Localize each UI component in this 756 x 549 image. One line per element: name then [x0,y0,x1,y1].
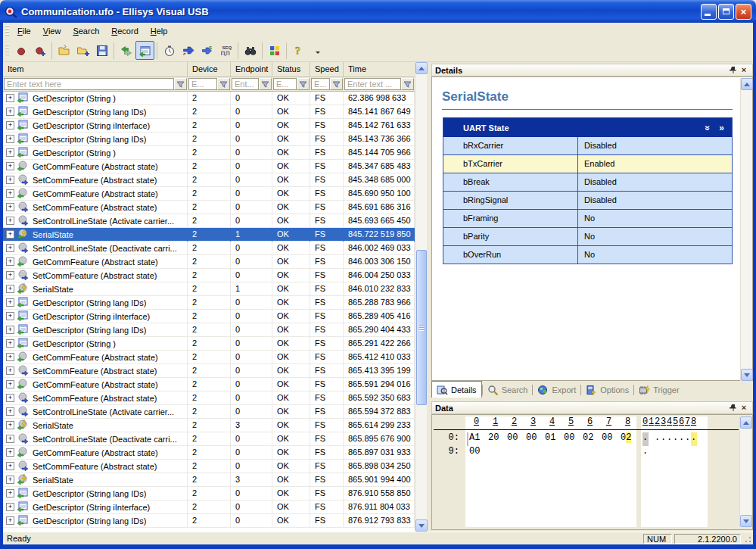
window-border-bottom[interactable] [0,544,756,549]
help-button[interactable]: ? [289,41,308,60]
open-button[interactable] [54,41,73,60]
expand-toggle[interactable]: + [6,162,14,170]
timer-button[interactable] [160,41,179,60]
goto-sequence-button[interactable]: S [198,41,216,60]
filter-funnel-icon[interactable] [217,78,230,90]
hex-byte[interactable]: 02 [580,432,599,446]
hex-byte[interactable]: A1 [467,432,486,446]
uart-row[interactable]: bFramingNo [443,210,732,228]
menu-help[interactable]: Help [145,24,174,38]
expand-toggle[interactable]: + [6,516,14,525]
scroll-up-icon[interactable] [415,62,428,74]
expand-toggle[interactable]: + [6,108,14,116]
table-row[interactable]: +GetCommFeature (Abstract state)20OKFS84… [3,160,415,173]
tab-export[interactable]: Export [533,382,580,398]
filter-funnel-icon[interactable] [401,78,414,90]
hex-byte[interactable]: 01 [543,432,562,446]
navigate-arrows-button[interactable] [117,41,135,60]
title-bar[interactable]: Communication.ufo - Ellisys Visual USB × [0,0,756,23]
data-scrollbar[interactable] [739,416,751,527]
table-row[interactable]: +SetCommFeature (Abstract state)20OKFS86… [3,364,415,378]
menu-view[interactable]: View [37,24,67,38]
menubar-grip[interactable] [5,25,9,37]
table-row[interactable]: +GetCommFeature (Abstract state)20OKFS86… [3,446,415,460]
time-filter-input[interactable] [344,78,401,90]
uart-row[interactable]: bRxCarrierDisabled [443,137,732,155]
details-scroll-up-icon[interactable] [741,78,753,90]
endpoint-filter-input[interactable] [232,78,259,90]
table-row[interactable]: +GetDescriptor (String lang IDs)20OKFS84… [3,105,415,119]
column-header-time[interactable]: Time [344,62,415,76]
data-close-icon[interactable]: × [739,403,749,413]
expand-toggle[interactable]: + [6,271,14,279]
tab-trigger[interactable]: Trigger [634,382,683,398]
filter-funnel-icon[interactable] [174,78,187,90]
details-scroll-down-icon[interactable] [741,369,753,381]
expand-toggle[interactable]: + [6,448,14,457]
toolbar-options-button[interactable] [308,41,327,60]
table-row[interactable]: +SetCommFeature (Abstract state)20OKFS84… [3,269,415,282]
tab-details[interactable]: Details [431,381,482,398]
collapse-chevron-icon[interactable]: » [702,125,713,130]
table-row[interactable]: +GetDescriptor (String lang IDs)20OKFS84… [3,133,415,146]
table-row[interactable]: +GetDescriptor (String )20OKFS865.291 42… [3,337,415,351]
open-append-button[interactable] [73,41,92,60]
details-close-icon[interactable]: × [739,65,749,75]
window-border-left[interactable] [0,23,3,544]
table-row[interactable]: +GetCommFeature (Abstract state)20OKFS86… [3,351,415,364]
expand-toggle[interactable]: + [6,176,14,184]
expand-toggle[interactable]: + [6,421,14,429]
ascii-char[interactable]: . [691,432,697,446]
table-row[interactable]: +GetDescriptor (String )20OKFS62.386 998… [3,92,415,105]
menu-search[interactable]: Search [67,24,105,38]
hex-byte[interactable]: 00 [505,432,524,446]
list-scroll-thumb[interactable] [416,250,427,405]
column-header-device[interactable]: Device [188,62,231,76]
menu-record[interactable]: Record [105,24,144,38]
expand-toggle[interactable]: + [6,298,14,307]
filter-funnel-icon[interactable] [259,78,272,90]
ascii-char[interactable]: . [673,432,679,446]
expand-toggle[interactable]: + [6,121,14,129]
expand-toggle[interactable]: + [6,435,14,443]
table-row[interactable]: +SerialState23OKFS865.901 994 400 [3,473,415,487]
table-row[interactable]: +GetDescriptor (String lang IDs)20OKFS87… [3,514,415,528]
table-row[interactable]: +GetCommFeature (Abstract state)20OKFS84… [3,255,415,269]
table-row[interactable]: +GetCommFeature (Abstract state)20OKFS84… [3,187,415,201]
expand-toggle[interactable]: + [6,503,14,511]
expand-toggle[interactable]: + [6,148,14,157]
expand-toggle[interactable]: + [6,380,14,388]
hex-byte[interactable]: 00 [524,432,543,446]
menu-file[interactable]: File [11,24,37,38]
ascii-char[interactable]: . [667,432,673,446]
table-row[interactable]: +GetDescriptor (String )20OKFS845.144 70… [3,146,415,160]
expand-toggle[interactable]: + [6,285,14,293]
instant-view-button[interactable] [135,41,154,60]
table-row[interactable]: +SetCommFeature (Abstract state)20OKFS84… [3,173,415,187]
ascii-char[interactable]: . [655,432,661,446]
table-row[interactable]: +GetDescriptor (String lang IDs)20OKFS86… [3,323,415,337]
table-row[interactable]: +SetCommFeature (Abstract state)20OKFS86… [3,460,415,473]
expand-toggle[interactable]: + [6,339,14,348]
expand-toggle[interactable]: + [6,244,14,252]
pin-icon[interactable] [728,65,739,75]
hex-byte[interactable]: 00 [562,432,580,446]
record-button[interactable] [11,41,30,60]
expand-toggle[interactable]: + [6,94,14,102]
expand-toggle[interactable]: + [6,203,14,211]
table-row[interactable]: +SetControlLineState (Activate carrier..… [3,405,415,419]
expand-toggle[interactable]: + [6,326,14,334]
ascii-char[interactable]: . [642,432,649,446]
hex-byte[interactable]: 20 [486,432,505,446]
table-row[interactable]: +SetControlLineState (Activate carrier..… [3,214,415,228]
hex-byte[interactable]: 02 [618,432,637,446]
toolbar-grip[interactable] [5,45,9,57]
expand-toggle[interactable]: + [6,230,14,239]
data-pin-icon[interactable] [728,403,739,413]
table-row[interactable]: +SetCommFeature (Abstract state)20OKFS84… [3,201,415,214]
table-row[interactable]: +SetControlLineState (Deactivate carri..… [3,242,415,255]
expand-toggle[interactable]: + [6,367,14,375]
hex-byte[interactable]: 00 [599,432,618,446]
table-row[interactable]: +GetDescriptor (String iInterface)20OKFS… [3,501,415,514]
filter-funnel-icon[interactable] [297,78,310,90]
